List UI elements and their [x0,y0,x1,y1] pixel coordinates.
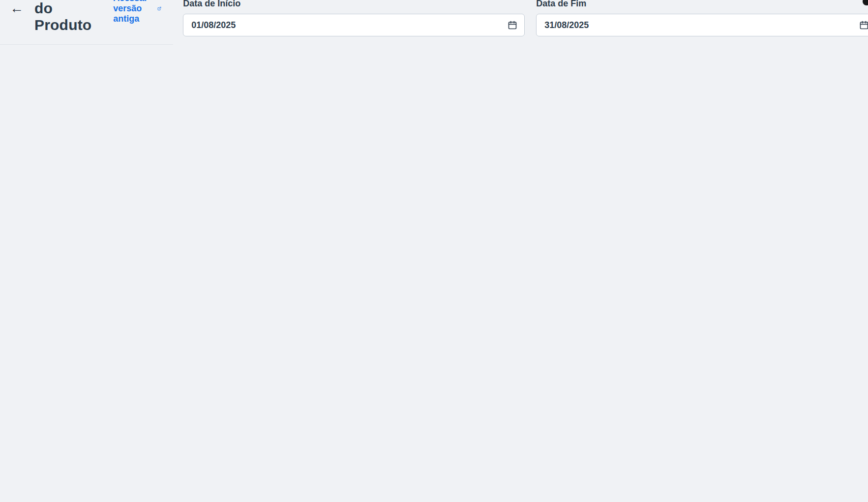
start-date-value[interactable] [190,20,508,31]
start-date-label: Data de Início [183,0,525,9]
end-date-input[interactable] [536,14,868,36]
end-date-value[interactable] [543,20,859,31]
end-date-label: Data de Fim [536,0,868,9]
legacy-version-link[interactable]: Acessar versão antiga [113,0,161,24]
start-date-field: Data de Início [183,0,525,36]
end-date-field: Data de Fim [536,0,868,36]
start-date-input[interactable] [183,14,525,36]
filters-section: Data de Início Data de Fim Limpar Consul… [173,0,868,36]
legacy-version-link-label: Acessar versão antiga [113,0,153,24]
calendar-icon[interactable] [859,20,868,30]
page-title: Movimento do Produto [34,0,113,33]
back-button[interactable]: ← [10,1,24,15]
page-header: ← Movimento do Produto Acessar versão an… [0,0,173,45]
product-movement-page: ← Movimento do Produto Acessar versão an… [0,0,868,16]
external-link-icon [157,4,161,13]
calendar-icon[interactable] [508,20,517,30]
